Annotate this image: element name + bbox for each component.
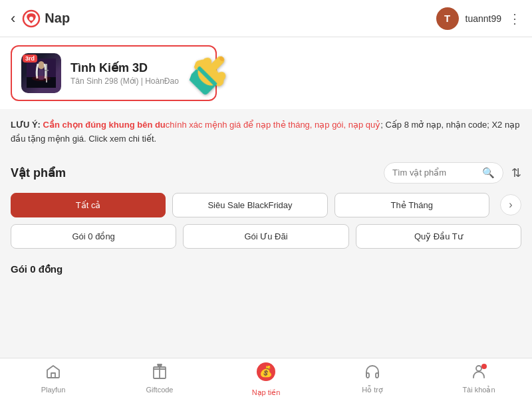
game-badge: 3rd: [23, 55, 37, 63]
logo-icon: [22, 9, 41, 28]
nav-playfun[interactable]: Playfun: [0, 358, 106, 399]
notice-area: LƯU Ý: Cần chọn đúng khung bên du​chính …: [0, 109, 532, 153]
game-thumbnail: 3rd: [21, 53, 61, 93]
header-title: Nap: [45, 11, 436, 26]
svg-point-1: [29, 17, 33, 21]
hotro-icon: [364, 364, 380, 384]
filter-btn-sale[interactable]: Siêu Sale BlackFriday: [172, 193, 327, 217]
game-server: Tân Sinh 298 (Mới) | HoànĐao: [70, 76, 179, 86]
nav-giftcode-label: Giftcode: [146, 386, 174, 394]
giftcode-icon: [152, 364, 168, 384]
back-button[interactable]: ‹: [11, 10, 15, 27]
more-icon[interactable]: ⋮: [508, 11, 521, 27]
nav-naptien[interactable]: 💰 Nạp tiền: [213, 358, 319, 399]
filter-row-1: Tất cả Siêu Sale BlackFriday Thẻ Tháng ›: [11, 193, 521, 217]
bottom-nav: Playfun Giftcode 💰 Nạp tiền: [0, 358, 532, 399]
filter-btn-the-thang[interactable]: Thẻ Tháng: [334, 193, 489, 217]
search-input[interactable]: [392, 168, 478, 178]
svg-point-9: [32, 76, 51, 81]
svg-point-5: [38, 61, 45, 69]
nav-taikhoan-label: Tài khoản: [462, 386, 495, 394]
username: tuannt99: [466, 13, 502, 24]
nav-taikhoan[interactable]: Tài khoản: [426, 358, 532, 399]
header-right: T tuannt99 ⋮: [436, 7, 522, 30]
search-box[interactable]: 🔍: [384, 162, 503, 184]
svg-point-19: [218, 55, 225, 62]
notice-prefix: LƯU Ý:: [11, 120, 43, 130]
svg-point-25: [476, 366, 481, 371]
filter-icon[interactable]: ⇅: [511, 166, 521, 180]
game-name: Tình Kiếm 3D: [70, 61, 179, 75]
filter-buttons: Tất cả Siêu Sale BlackFriday Thẻ Tháng ›…: [0, 190, 532, 261]
game-info: Tình Kiếm 3D Tân Sinh 298 (Mới) | HoànĐa…: [70, 61, 179, 86]
nav-giftcode[interactable]: Giftcode: [106, 358, 213, 399]
filter-btn-all[interactable]: Tất cả: [11, 193, 166, 217]
notice-text: LƯU Ý: Cần chọn đúng khung bên du​chính …: [11, 118, 521, 146]
section-header: Vật phẩm 🔍 ⇅: [0, 153, 532, 190]
svg-text:💰: 💰: [259, 365, 273, 378]
header: ‹ Nap T tuannt99 ⋮: [0, 0, 532, 37]
nav-hotro-label: Hỗ trợ: [362, 386, 383, 394]
section-title: Vật phẩm: [11, 166, 376, 180]
notice-highlight: Cần chọn đúng khung bên du: [43, 120, 166, 130]
filter-btn-goi-0[interactable]: Gói 0 đồng: [11, 224, 176, 249]
scroll-right-button[interactable]: ›: [500, 194, 521, 215]
filter-row-2: Gói 0 đồng Gói Ưu Đãi Quỹ Đầu Tư: [11, 224, 521, 249]
nav-hotro[interactable]: Hỗ trợ: [319, 358, 426, 399]
game-thumb-svg: [27, 59, 56, 88]
subsection-title: Gói 0 đồng: [0, 261, 532, 281]
nav-naptien-label: Nạp tiền: [252, 388, 281, 397]
filter-btn-quy-dau-tu[interactable]: Quỹ Đầu Tư: [356, 224, 521, 249]
game-card[interactable]: 3rd Tình K: [11, 45, 217, 101]
avatar: T: [436, 7, 459, 30]
home-icon: [45, 364, 61, 384]
naptien-icon: 💰: [255, 361, 277, 386]
notice-rest1: chính xác mệnh giá để nạp thẻ tháng, nạp…: [166, 120, 380, 130]
filter-btn-goi-uu-dai[interactable]: Gói Ưu Đãi: [183, 224, 348, 249]
taikhoan-icon: [471, 364, 487, 384]
game-card-area: 3rd Tình K: [0, 37, 532, 109]
svg-rect-8: [45, 70, 49, 71]
search-icon[interactable]: 🔍: [482, 167, 495, 179]
nav-playfun-label: Playfun: [41, 386, 66, 394]
svg-rect-20: [51, 373, 55, 378]
